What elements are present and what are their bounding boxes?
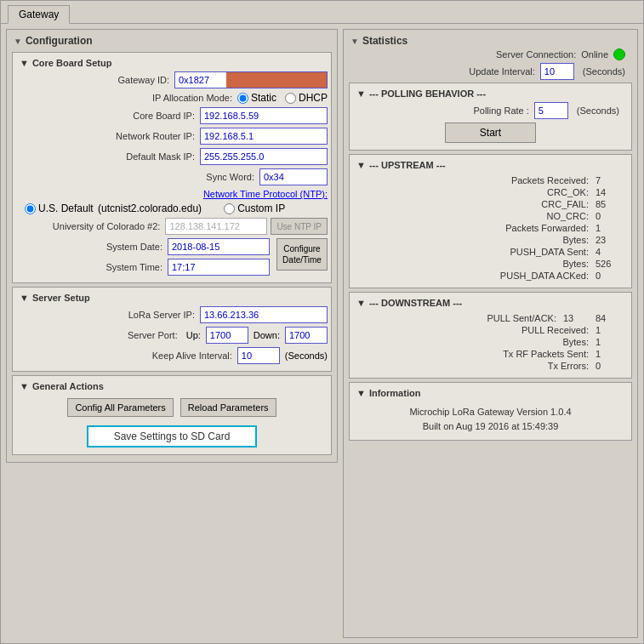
main-window: Gateway ▼ Configuration ▼ Core Board Set…	[0, 0, 644, 644]
polling-triangle-icon: ▼	[356, 88, 366, 99]
polling-rate-unit: (Seconds)	[577, 105, 619, 116]
dhcp-option[interactable]: DHCP	[285, 92, 328, 104]
keep-alive-input[interactable]	[237, 347, 280, 364]
ip-allocation-radio-group: Static DHCP	[237, 92, 328, 104]
core-board-header: ▼ Core Board Setup	[16, 56, 328, 71]
configure-date-time-button[interactable]: Configure Date/Time	[276, 238, 328, 271]
upstream-subsection: ▼ --- UPSTREAM --- Packets Received:7CRC…	[349, 154, 632, 288]
lora-server-ip-label: LoRa Server IP:	[93, 310, 195, 320]
gateway-id-input[interactable]	[174, 71, 328, 88]
downstream-triangle-icon: ▼	[356, 298, 366, 308]
sync-word-row: Sync Word:	[16, 168, 328, 185]
system-date-input[interactable]	[168, 238, 270, 255]
upstream-row: CRC_OK:14	[360, 187, 621, 197]
save-btn-row: Save Settings to SD Card	[16, 422, 328, 451]
statistics-header: ▼ Statistics	[347, 33, 634, 48]
system-time-inner-row: System Time:	[60, 259, 270, 276]
us-default-radio[interactable]	[25, 203, 36, 214]
left-panel: ▼ Configuration ▼ Core Board Setup Gatew…	[6, 29, 338, 638]
custom-ip-label: Custom IP	[237, 202, 285, 214]
colorado-ip-input[interactable]	[165, 218, 267, 235]
us-default-option[interactable]: U.S. Default (utcnist2.colorado.edu)	[25, 202, 202, 214]
start-button[interactable]: Start	[445, 123, 536, 143]
polling-rate-label: Polling Rate :	[473, 105, 528, 116]
dhcp-label: DHCP	[299, 92, 328, 104]
downstream-row: Tx Errors:0	[360, 361, 621, 371]
custom-ip-option[interactable]: Custom IP	[224, 202, 285, 214]
config-all-parameters-button[interactable]: Config All Parameters	[67, 398, 173, 417]
sync-word-input[interactable]	[259, 168, 328, 185]
ntp-link[interactable]: Network Time Protocol (NTP):	[16, 189, 328, 199]
colorado-row: University of Colorado #2: Use NTP IP	[16, 218, 328, 235]
server-port-down-input[interactable]	[285, 327, 328, 344]
upstream-row: CRC_FAIL:85	[360, 199, 621, 209]
update-interval-input[interactable]	[540, 63, 574, 80]
network-router-ip-input[interactable]	[200, 128, 328, 145]
server-connection-label: Server Connection:	[496, 49, 576, 60]
information-triangle-icon: ▼	[356, 388, 366, 398]
core-board-ip-row: Core Board IP:	[16, 107, 328, 124]
up-label: Up:	[186, 330, 201, 340]
downstream-subsection: ▼ --- DOWNSTREAM --- PULL Sent/ACK:1384P…	[349, 292, 632, 379]
polling-subsection: ▼ --- POLLING BEHAVIOR --- Polling Rate …	[349, 83, 632, 151]
server-connection-row: Server Connection: Online	[347, 48, 634, 60]
server-port-up-input[interactable]	[206, 327, 248, 344]
dhcp-radio[interactable]	[285, 93, 296, 104]
server-setup-triangle-icon: ▼	[20, 293, 29, 303]
server-setup-header: ▼ Server Setup	[16, 291, 328, 306]
information-subsection: ▼ Information Microchip LoRa Gateway Ver…	[349, 382, 632, 441]
gateway-tab[interactable]: Gateway	[8, 5, 70, 24]
upstream-grid: Packets Received:7CRC_OK:14CRC_FAIL:85NO…	[353, 174, 628, 284]
keep-alive-unit: (Seconds)	[285, 350, 328, 361]
server-port-row: Server Port: Up: Down:	[16, 327, 328, 344]
information-header: ▼ Information	[353, 386, 628, 402]
static-radio[interactable]	[237, 93, 248, 104]
gateway-id-label: Gateway ID:	[67, 75, 169, 85]
upstream-row: PUSH_DATA Sent:4	[360, 247, 621, 257]
information-text: Microchip LoRa Gateway Version 1.0.4 Bui…	[353, 402, 628, 436]
statistics-section: ▼ Statistics Server Connection: Online U…	[343, 29, 638, 638]
upstream-row: Bytes:23	[360, 235, 621, 245]
reload-parameters-button[interactable]: Reload Parameters	[180, 398, 276, 417]
system-time-input[interactable]	[168, 259, 270, 276]
lora-server-ip-input[interactable]	[200, 306, 328, 323]
online-indicator	[613, 48, 625, 60]
ip-allocation-label: IP Allocation Mode:	[130, 93, 232, 103]
downstream-header: ▼ --- DOWNSTREAM ---	[353, 296, 628, 311]
general-actions-triangle-icon: ▼	[20, 381, 29, 391]
main-content: ▼ Configuration ▼ Core Board Setup Gatew…	[1, 24, 643, 643]
update-interval-unit: (Seconds)	[583, 66, 625, 77]
server-setup-subsection: ▼ Server Setup LoRa Server IP: Server Po…	[12, 287, 332, 372]
update-interval-label: Update Interval:	[469, 66, 535, 77]
general-actions-header: ▼ General Actions	[16, 379, 328, 395]
down-label: Down:	[254, 330, 280, 340]
save-settings-button[interactable]: Save Settings to SD Card	[87, 425, 258, 447]
static-option[interactable]: Static	[237, 92, 276, 104]
update-interval-row: Update Interval: (Seconds)	[347, 63, 634, 80]
polling-rate-input[interactable]	[534, 102, 568, 119]
statistics-triangle-icon: ▼	[350, 37, 359, 46]
core-board-ip-label: Core Board IP:	[93, 111, 195, 121]
lora-server-ip-row: LoRa Server IP:	[16, 306, 328, 323]
tab-bar: Gateway	[1, 1, 643, 24]
general-actions-subsection: ▼ General Actions Config All Parameters …	[12, 375, 332, 455]
default-mask-ip-input[interactable]	[200, 148, 328, 165]
downstream-row: Bytes:1	[360, 337, 621, 347]
keep-alive-row: Keep Alive Interval: (Seconds)	[16, 347, 328, 364]
upstream-row: Packets Received:7	[360, 175, 621, 185]
upstream-header: ▼ --- UPSTREAM ---	[353, 158, 628, 174]
colorado-label: University of Colorado #2:	[53, 221, 161, 231]
default-mask-ip-row: Default Mask IP:	[16, 148, 328, 165]
sync-word-label: Sync Word:	[152, 172, 254, 182]
ip-allocation-row: IP Allocation Mode: Static DHCP	[16, 92, 328, 104]
downstream-row: PULL Received:1	[360, 325, 621, 335]
core-board-ip-input[interactable]	[200, 107, 328, 124]
core-board-subsection: ▼ Core Board Setup Gateway ID: IP Alloca…	[12, 52, 332, 283]
downstream-grid: PULL Sent/ACK:1384PULL Received:1Bytes:1…	[353, 311, 628, 374]
core-board-triangle-icon: ▼	[20, 58, 29, 68]
upstream-row: NO_CRC:0	[360, 211, 621, 221]
use-ntp-button[interactable]: Use NTP IP	[271, 218, 328, 235]
upstream-row: Packets Forwarded:1	[360, 223, 621, 233]
upstream-row: Bytes:526	[360, 259, 621, 269]
custom-ip-radio[interactable]	[224, 203, 235, 214]
